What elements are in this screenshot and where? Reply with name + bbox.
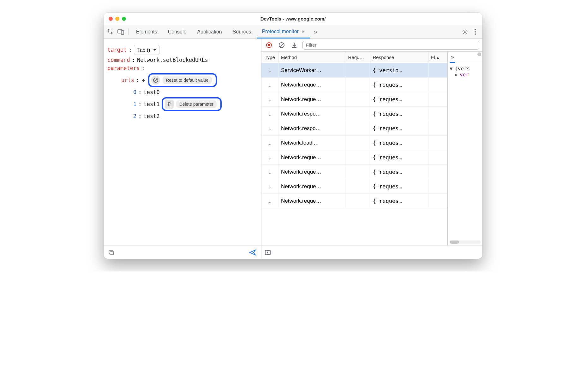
- tree-child[interactable]: ▶ ver: [450, 72, 481, 78]
- url-index: 1: [133, 101, 136, 107]
- record-button-icon[interactable]: [265, 41, 273, 50]
- command-editor-panel: target : Tab () command : Network.setBlo…: [104, 39, 261, 259]
- table-row[interactable]: ↓Network.loadi…{"reques…: [261, 136, 447, 150]
- cell-type: ↓: [261, 136, 278, 150]
- svg-line-8: [154, 79, 157, 82]
- svg-rect-12: [268, 44, 270, 46]
- filter-input[interactable]: [302, 41, 479, 50]
- col-response[interactable]: Response: [370, 52, 428, 63]
- reset-callout[interactable]: Reset to default value: [148, 73, 217, 87]
- delete-callout[interactable]: Delete parameter: [162, 97, 222, 111]
- table-body[interactable]: ↓ServiceWorker…{"versio…↓Network.reque…{…: [261, 63, 447, 246]
- table-row[interactable]: ↓Network.reque…{"reques…: [261, 78, 447, 92]
- cell-elapsed: [428, 194, 447, 208]
- tab-application[interactable]: Application: [192, 25, 227, 39]
- target-select-wrap[interactable]: Tab (): [134, 45, 159, 55]
- cell-request: [345, 165, 370, 179]
- url-item-1: 1 : test1 Delete parameter: [107, 97, 256, 111]
- more-sidepane-tabs-icon[interactable]: »: [450, 52, 455, 63]
- table-row[interactable]: ↓Network.reque…{"reques…: [261, 179, 447, 194]
- col-elapsed[interactable]: El.▴: [428, 52, 447, 63]
- minimize-window-icon[interactable]: [115, 17, 119, 21]
- send-button-icon[interactable]: [249, 249, 257, 256]
- command-value: Network.setBlockedURLs: [137, 57, 208, 63]
- url-index: 2: [133, 113, 136, 119]
- received-arrow-icon: ↓: [268, 154, 272, 161]
- clear-icon[interactable]: [277, 41, 286, 50]
- kebab-menu-icon[interactable]: [470, 27, 480, 37]
- no-entry-icon: [151, 76, 160, 85]
- cell-method: Network.reque…: [278, 179, 345, 193]
- inspect-element-icon[interactable]: [106, 27, 116, 37]
- cell-request: [345, 107, 370, 121]
- chevron-right-icon[interactable]: ▶: [455, 72, 459, 78]
- close-window-icon[interactable]: [109, 17, 113, 21]
- cell-elapsed: [428, 92, 447, 106]
- svg-line-14: [280, 44, 283, 47]
- table-row[interactable]: ↓Network.reque…{"reques…: [261, 150, 447, 165]
- tab-sources[interactable]: Sources: [228, 25, 256, 39]
- maximize-window-icon[interactable]: [122, 17, 126, 21]
- url-value[interactable]: test1: [144, 101, 160, 107]
- titlebar: DevTools - www.google.com/: [104, 13, 482, 25]
- download-icon[interactable]: [290, 41, 299, 50]
- tab-protocol-monitor[interactable]: Protocol monitor ✕: [257, 25, 310, 39]
- cell-elapsed: [428, 165, 447, 179]
- tab-elements[interactable]: Elements: [131, 25, 162, 39]
- table-row[interactable]: ↓Network.respo…{"reques…: [261, 121, 447, 136]
- more-tabs-icon[interactable]: »: [311, 27, 320, 37]
- protocol-footer: [261, 246, 482, 259]
- cell-elapsed: [428, 179, 447, 193]
- cell-request: [345, 136, 370, 150]
- cell-elapsed: [428, 150, 447, 164]
- url-value[interactable]: test0: [144, 89, 160, 95]
- target-select[interactable]: Tab (): [134, 45, 159, 55]
- window-title: DevTools - www.google.com/: [104, 16, 482, 21]
- url-value[interactable]: test2: [144, 113, 160, 119]
- tree-child-key: ver: [460, 72, 469, 78]
- col-request[interactable]: Requ…: [345, 52, 370, 63]
- cell-method: ServiceWorker…: [278, 63, 345, 77]
- horizontal-scrollbar[interactable]: [450, 241, 481, 244]
- target-row: target : Tab (): [107, 45, 256, 55]
- cell-type: ↓: [261, 194, 278, 208]
- add-url-button[interactable]: +: [140, 77, 147, 84]
- urls-key: urls: [121, 77, 134, 83]
- cell-elapsed: [428, 78, 447, 92]
- details-sidepane: » ▼ {vers ▶ ver: [448, 52, 482, 246]
- cell-type: ↓: [261, 78, 278, 92]
- table-row[interactable]: ↓ServiceWorker…{"versio…: [261, 63, 447, 78]
- close-tab-icon[interactable]: ✕: [301, 29, 305, 34]
- received-arrow-icon: ↓: [268, 81, 272, 88]
- settings-gear-icon[interactable]: [460, 27, 470, 37]
- device-toolbar-icon[interactable]: [116, 27, 126, 37]
- urls-row: urls : + Reset to default value: [107, 73, 256, 87]
- scrollbar-thumb[interactable]: [450, 241, 459, 244]
- tabbar-divider: [128, 28, 129, 35]
- col-method[interactable]: Method: [278, 52, 345, 63]
- table-row[interactable]: ↓Network.reque…{"reques…: [261, 92, 447, 107]
- json-tree[interactable]: ▼ {vers ▶ ver: [448, 63, 482, 246]
- parameters-key: parameters: [107, 65, 140, 71]
- cell-elapsed: [428, 63, 447, 77]
- table-row[interactable]: ↓Network.reque…{"reques…: [261, 194, 447, 208]
- cell-request: [345, 63, 370, 77]
- chevron-down-icon[interactable]: ▼: [450, 66, 454, 72]
- toggle-drawer-icon[interactable]: [265, 249, 271, 256]
- traffic-lights: [104, 17, 126, 21]
- table-row[interactable]: ↓Network.respo…{"reques…: [261, 107, 447, 121]
- received-arrow-icon: ↓: [268, 67, 272, 74]
- cell-type: ↓: [261, 150, 278, 164]
- table-row[interactable]: ↓Network.reque…{"reques…: [261, 165, 447, 179]
- protocol-body: Type Method Requ… Response El.▴ ↓Service…: [261, 52, 482, 246]
- tab-console[interactable]: Console: [163, 25, 192, 39]
- cell-elapsed: [428, 107, 447, 121]
- cell-method: Network.reque…: [278, 150, 345, 164]
- copy-icon[interactable]: [108, 249, 114, 256]
- url-item-0: 0 : test0: [107, 89, 256, 95]
- col-type[interactable]: Type: [261, 52, 278, 63]
- svg-rect-10: [110, 251, 113, 255]
- cell-response: {"reques…: [370, 136, 428, 150]
- tree-root[interactable]: ▼ {vers: [450, 66, 481, 72]
- cell-elapsed: [428, 136, 447, 150]
